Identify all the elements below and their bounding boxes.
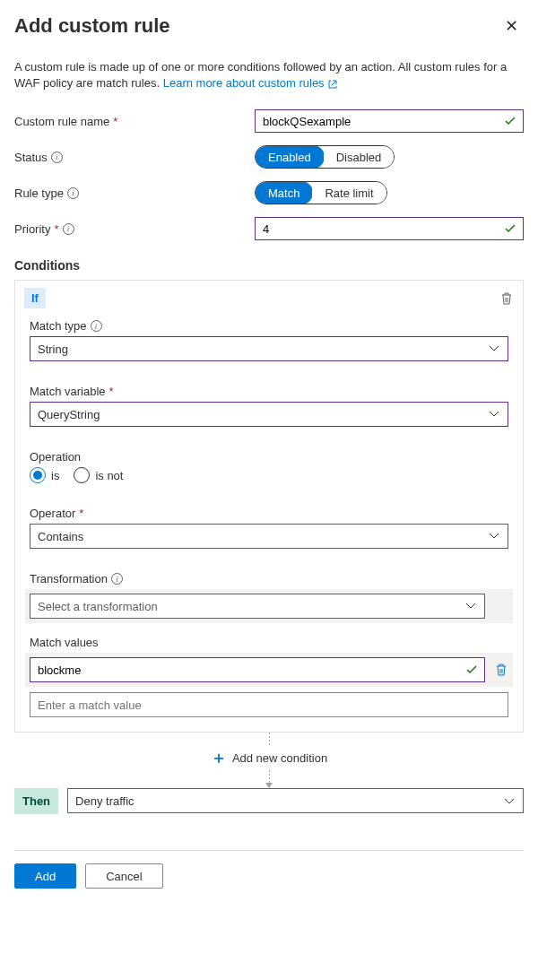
- operation-isnot-label: is not: [95, 469, 123, 482]
- rule-type-label: Rule type i: [14, 186, 255, 200]
- rule-name-label: Custom rule name*: [14, 115, 255, 128]
- plus-icon: ＋: [211, 747, 227, 768]
- status-toggle[interactable]: Enabled Disabled: [255, 145, 395, 169]
- learn-more-link[interactable]: Learn more about custom rules: [163, 76, 339, 90]
- match-values-label: Match values: [30, 636, 508, 649]
- match-type-select[interactable]: String: [30, 336, 508, 361]
- add-condition-button[interactable]: ＋ Add new condition: [211, 745, 327, 770]
- status-disabled[interactable]: Disabled: [324, 146, 395, 168]
- info-icon[interactable]: i: [91, 320, 102, 332]
- operation-isnot-radio[interactable]: [74, 467, 90, 483]
- intro-text: A custom rule is made up of one or more …: [14, 59, 524, 91]
- cancel-button[interactable]: Cancel: [85, 863, 162, 889]
- if-chip: If: [24, 288, 46, 308]
- match-variable-label: Match variable*: [30, 385, 508, 398]
- transformation-label: Transformation i: [30, 572, 508, 585]
- condition-connector: ＋ Add new condition: [14, 733, 524, 788]
- match-value-input[interactable]: [30, 657, 485, 682]
- close-icon[interactable]: ✕: [499, 14, 524, 38]
- match-value-new-input[interactable]: [30, 692, 508, 717]
- operator-select[interactable]: Contains: [30, 524, 508, 549]
- match-type-label: Match type i: [30, 319, 508, 333]
- status-enabled[interactable]: Enabled: [255, 145, 325, 169]
- add-button[interactable]: Add: [14, 863, 76, 889]
- rule-type-match[interactable]: Match: [255, 181, 313, 204]
- operator-label: Operator*: [30, 507, 508, 520]
- condition-card: If Match type i String Match variable* Q…: [14, 280, 524, 733]
- conditions-heading: Conditions: [14, 258, 524, 273]
- transformation-select[interactable]: Select a transformation: [30, 594, 485, 619]
- rule-type-rate-limit[interactable]: Rate limit: [312, 182, 386, 204]
- match-variable-select[interactable]: QueryString: [30, 402, 508, 427]
- delete-value-icon[interactable]: [494, 663, 508, 677]
- operation-is-label: is: [51, 469, 59, 482]
- info-icon[interactable]: i: [63, 223, 74, 235]
- operation-is-radio[interactable]: [30, 467, 46, 483]
- info-icon[interactable]: i: [67, 187, 79, 199]
- then-action-select[interactable]: Deny traffic: [67, 788, 524, 813]
- priority-input[interactable]: [255, 217, 524, 240]
- dialog-title: Add custom rule: [14, 14, 170, 38]
- rule-name-input[interactable]: [255, 109, 524, 133]
- info-icon[interactable]: i: [111, 573, 123, 585]
- external-link-icon: [327, 79, 338, 90]
- status-label: Status i: [14, 151, 255, 164]
- rule-type-toggle[interactable]: Match Rate limit: [255, 181, 387, 204]
- operation-label: Operation: [30, 450, 508, 464]
- then-chip: Then: [14, 788, 58, 814]
- info-icon[interactable]: i: [51, 152, 63, 163]
- delete-condition-icon[interactable]: [499, 291, 514, 306]
- priority-label: Priority* i: [14, 222, 255, 236]
